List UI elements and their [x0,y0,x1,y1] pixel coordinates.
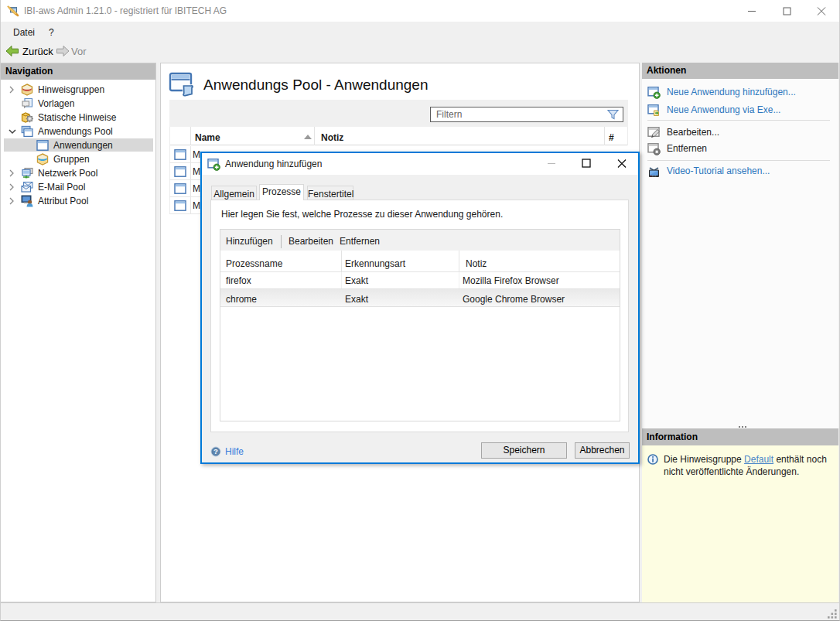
svg-text:?: ? [213,447,218,456]
